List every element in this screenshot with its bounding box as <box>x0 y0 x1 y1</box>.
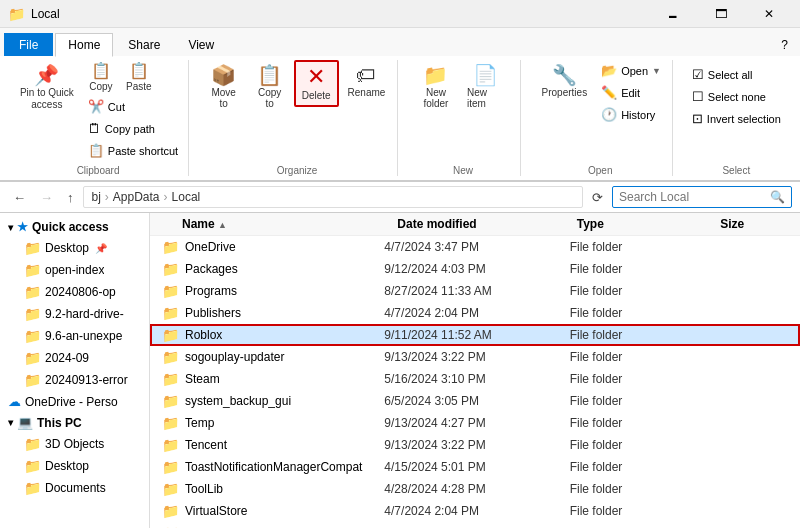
address-path[interactable]: bj › AppData › Local <box>83 186 584 208</box>
paste-button[interactable]: 📋 Paste <box>121 60 157 95</box>
edit-button[interactable]: ✏️ Edit <box>596 82 666 103</box>
back-button[interactable]: ← <box>8 187 31 208</box>
move-to-button[interactable]: 📦 Move to <box>202 60 246 114</box>
folder-icon-3d: 📁 <box>24 436 41 452</box>
close-button[interactable]: ✕ <box>746 0 792 28</box>
tab-share[interactable]: Share <box>115 33 173 56</box>
sidebar-item-error[interactable]: 📁 20240913-error <box>0 369 149 391</box>
invert-selection-button[interactable]: ⊡ Invert selection <box>687 108 786 129</box>
tab-file[interactable]: File <box>4 33 53 56</box>
file-name-text: Publishers <box>185 306 241 320</box>
table-row[interactable]: 📁 Publishers 4/7/2024 2:04 PM File folde… <box>150 302 800 324</box>
copy-path-button[interactable]: 🗒 Copy path <box>83 118 183 139</box>
open-label: Open <box>588 161 612 176</box>
file-name-text: Temp <box>185 416 214 430</box>
sidebar-item-hard-drive[interactable]: 📁 9.2-hard-drive- <box>0 303 149 325</box>
file-type-cell: File folder <box>570 306 718 320</box>
sidebar-item-2024-09[interactable]: 📁 2024-09 <box>0 347 149 369</box>
file-type-cell: File folder <box>570 372 718 386</box>
sidebar-item-desktop[interactable]: 📁 Desktop 📌 <box>0 237 149 259</box>
table-row[interactable]: 📁 Steam 5/16/2024 3:10 PM File folder <box>150 368 800 390</box>
select-all-button[interactable]: ☑ Select all <box>687 64 786 85</box>
file-date-cell: 6/5/2024 3:05 PM <box>384 394 569 408</box>
file-type-cell: File folder <box>570 284 718 298</box>
col-header-name[interactable]: Name ▲ <box>158 217 397 231</box>
tab-view[interactable]: View <box>175 33 227 56</box>
table-row[interactable]: 📁 Programs 8/27/2024 11:33 AM File folde… <box>150 280 800 302</box>
rename-button[interactable]: 🏷 Rename <box>341 60 393 103</box>
up-button[interactable]: ↑ <box>62 187 79 208</box>
file-date-cell: 4/7/2024 2:04 PM <box>384 504 569 518</box>
delete-icon: ✕ <box>307 66 325 88</box>
this-pc-header[interactable]: ▾ 💻 This PC <box>0 412 149 433</box>
file-type-cell: File folder <box>570 438 718 452</box>
clipboard-label: Clipboard <box>77 161 120 176</box>
sidebar-item-label-onedrive: OneDrive - Perso <box>25 395 118 409</box>
properties-button[interactable]: 🔧 Properties <box>535 60 595 103</box>
sidebar-item-onedrive[interactable]: ☁ OneDrive - Perso <box>0 391 149 412</box>
sidebar-item-open-index[interactable]: 📁 open-index <box>0 259 149 281</box>
paste-shortcut-button[interactable]: 📋 Paste shortcut <box>83 140 183 161</box>
table-row[interactable]: 📁 VMware 9/4/2024 9:54 AM File folder <box>150 522 800 528</box>
table-row[interactable]: 📁 Tencent 9/13/2024 3:22 PM File folder <box>150 434 800 456</box>
folder-icon-2024-09: 📁 <box>24 350 41 366</box>
table-row[interactable]: 📁 system_backup_gui 6/5/2024 3:05 PM Fil… <box>150 390 800 412</box>
col-header-type[interactable]: Type <box>577 217 721 231</box>
table-row[interactable]: 📁 Roblox 9/11/2024 11:52 AM File folder <box>150 324 800 346</box>
cut-button[interactable]: ✂️ Cut <box>83 96 183 117</box>
path-part-appdata[interactable]: AppData <box>113 190 160 204</box>
forward-button[interactable]: → <box>35 187 58 208</box>
onedrive-icon: ☁ <box>8 394 21 409</box>
path-part-local[interactable]: Local <box>172 190 201 204</box>
sidebar-item-desktop2[interactable]: 📁 Desktop <box>0 455 149 477</box>
table-row[interactable]: 📁 Temp 9/13/2024 4:27 PM File folder <box>150 412 800 434</box>
address-bar: ← → ↑ bj › AppData › Local ⟳ 🔍 <box>0 182 800 213</box>
minimize-button[interactable]: 🗕 <box>650 0 696 28</box>
table-row[interactable]: 📁 Packages 9/12/2024 4:03 PM File folder <box>150 258 800 280</box>
path-part-bj[interactable]: bj <box>92 190 101 204</box>
sidebar-item-3d-objects[interactable]: 📁 3D Objects <box>0 433 149 455</box>
file-type-cell: File folder <box>570 328 718 342</box>
search-input[interactable] <box>619 190 770 204</box>
table-row[interactable]: 📁 OneDrive 4/7/2024 3:47 PM File folder <box>150 236 800 258</box>
select-none-button[interactable]: ☐ Select none <box>687 86 786 107</box>
folder-icon: 📁 <box>162 239 179 255</box>
table-row[interactable]: 📁 sogouplay-updater 9/13/2024 3:22 PM Fi… <box>150 346 800 368</box>
open-button[interactable]: 📂 Open ▼ <box>596 60 666 81</box>
tab-help[interactable]: ? <box>773 34 796 56</box>
path-sep-1: › <box>105 190 109 204</box>
open-buttons: 🔧 Properties 📂 Open ▼ ✏️ Edit 🕐 <box>535 60 666 161</box>
col-header-date[interactable]: Date modified <box>397 217 576 231</box>
file-name-cell: 📁 Tencent <box>158 437 384 453</box>
new-folder-icon: 📁 <box>423 65 448 85</box>
quick-access-header[interactable]: ▾ ★ Quick access <box>0 217 149 237</box>
file-date-cell: 9/11/2024 11:52 AM <box>384 328 569 342</box>
pin-to-quick-access-button[interactable]: 📌 Pin to Quick access <box>13 60 81 116</box>
history-button[interactable]: 🕐 History <box>596 104 666 125</box>
table-row[interactable]: 📁 VirtualStore 4/7/2024 2:04 PM File fol… <box>150 500 800 522</box>
sidebar-item-20240806[interactable]: 📁 20240806-op <box>0 281 149 303</box>
sidebar-item-unexpe[interactable]: 📁 9.6-an-unexpe <box>0 325 149 347</box>
pin-icon: 📌 <box>34 65 59 85</box>
folder-icon-desktop: 📁 <box>24 240 41 256</box>
file-name-text: Roblox <box>185 328 222 342</box>
new-item-button[interactable]: 📄 New item <box>460 60 512 114</box>
copy-button[interactable]: 📋 Copy <box>83 60 119 95</box>
refresh-button[interactable]: ⟳ <box>587 187 608 208</box>
new-folder-button[interactable]: 📁 New folder <box>414 60 458 114</box>
tab-home[interactable]: Home <box>55 33 113 57</box>
sidebar-item-documents[interactable]: 📁 Documents <box>0 477 149 499</box>
sort-arrow: ▲ <box>218 220 227 230</box>
edit-icon: ✏️ <box>601 85 617 100</box>
table-row[interactable]: 📁 ToolLib 4/28/2024 4:28 PM File folder <box>150 478 800 500</box>
copy-to-button[interactable]: 📋 Copy to <box>248 60 292 114</box>
file-name-text: Programs <box>185 284 237 298</box>
ribbon: File Home Share View ? 📌 Pin to Quick ac… <box>0 28 800 182</box>
file-date-cell: 4/15/2024 5:01 PM <box>384 460 569 474</box>
maximize-button[interactable]: 🗖 <box>698 0 744 28</box>
search-box[interactable]: 🔍 <box>612 186 792 208</box>
delete-button[interactable]: ✕ Delete <box>294 60 339 107</box>
file-type-cell: File folder <box>570 482 718 496</box>
col-header-size[interactable]: Size <box>720 217 792 231</box>
table-row[interactable]: 📁 ToastNotificationManagerCompat 4/15/20… <box>150 456 800 478</box>
